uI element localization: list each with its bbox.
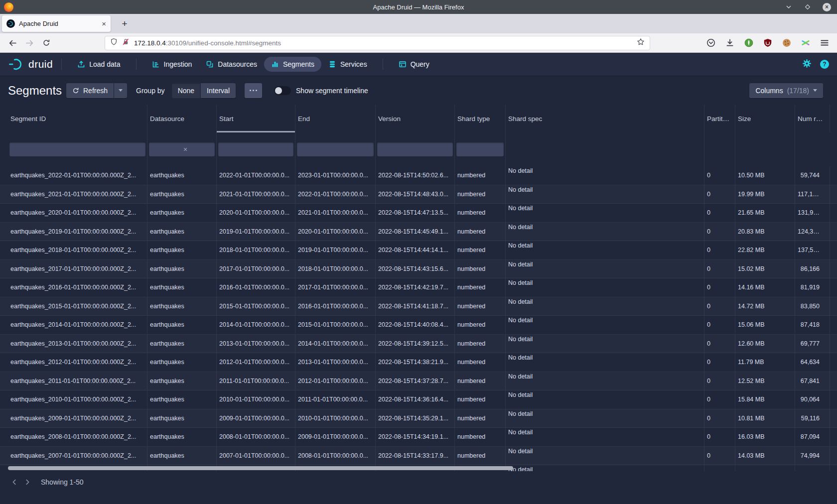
cell-num-rows[interactable]: 87,094 bbox=[795, 428, 830, 446]
cell-end[interactable]: 2013-01-01T00:00:00.0... bbox=[295, 353, 375, 372]
cell-shard-type[interactable]: numbered bbox=[454, 166, 505, 185]
group-by-interval-button[interactable]: Interval bbox=[201, 83, 236, 98]
cell-size[interactable]: 11.79 MB bbox=[735, 353, 795, 372]
cell-segment-id[interactable]: earthquakes_2019-01-01T00:00:00.000Z_2..… bbox=[8, 223, 147, 241]
cell-num-rows[interactable]: 74,994 bbox=[795, 447, 830, 465]
cell-size[interactable]: 14.03 MB bbox=[735, 447, 795, 465]
cell-version[interactable]: 2022-08-15T14:48:43.0... bbox=[375, 185, 454, 204]
cell-segment-id[interactable]: earthquakes_2014-01-01T00:00:00.000Z_2..… bbox=[8, 316, 147, 334]
cell-datasource[interactable]: earthquakes bbox=[147, 409, 216, 428]
window-close-icon[interactable]: × bbox=[823, 3, 831, 11]
cell-version[interactable]: 2022-08-15T14:45:49.1... bbox=[375, 223, 454, 241]
columns-button[interactable]: Columns(17/18) bbox=[749, 83, 823, 98]
next-page-button[interactable] bbox=[21, 476, 34, 488]
cell-segment-id[interactable]: earthquakes_2018-01-01T00:00:00.000Z_2..… bbox=[8, 241, 147, 259]
browser-tab[interactable]: Apache Druid × bbox=[2, 15, 111, 32]
cell-shard-spec[interactable]: No detail bbox=[505, 241, 704, 259]
segment-row[interactable]: earthquakes_2007-01-01T00:00:00.000Z_2..… bbox=[0, 447, 837, 466]
cell-num-rows[interactable]: 90,064 bbox=[795, 390, 830, 409]
cell-num-rows[interactable]: 59,744 bbox=[795, 166, 830, 185]
cell-end[interactable]: 2022-01-01T00:00:00.0... bbox=[295, 185, 375, 204]
download-icon[interactable] bbox=[725, 38, 734, 48]
cell-datasource[interactable]: earthquakes bbox=[147, 166, 216, 185]
cell-version[interactable]: 2022-08-15T14:36:16.4... bbox=[375, 390, 454, 409]
cell-shard-spec[interactable]: No detail bbox=[505, 204, 704, 222]
cell-segment-id[interactable]: earthquakes_2013-01-01T00:00:00.000Z_2..… bbox=[8, 335, 147, 353]
segment-row[interactable]: earthquakes_2021-01-01T00:00:00.000Z_2..… bbox=[0, 185, 837, 204]
nav-item-ingestion[interactable]: Ingestion bbox=[145, 57, 199, 72]
cell-end[interactable]: 2015-01-01T00:00:00.0... bbox=[295, 316, 375, 334]
cell-start[interactable]: 2015-01-01T00:00:00.0... bbox=[216, 297, 295, 316]
cell-num-rows[interactable]: 81,919 bbox=[795, 278, 830, 297]
segment-row[interactable]: earthquakes_2015-01-01T00:00:00.000Z_2..… bbox=[0, 297, 837, 316]
cell-partition[interactable]: 0 bbox=[704, 166, 735, 185]
remove-filter-icon[interactable]: × bbox=[183, 145, 187, 153]
cell-end[interactable]: 2009-01-01T00:00:00.0... bbox=[295, 428, 375, 446]
prev-page-button[interactable] bbox=[8, 476, 21, 488]
cell-end[interactable]: 2018-01-01T00:00:00.0... bbox=[295, 260, 375, 278]
forward-icon[interactable] bbox=[23, 36, 36, 49]
cell-size[interactable]: 21.65 MB bbox=[735, 204, 795, 222]
cell-shard-spec[interactable]: No detail bbox=[505, 409, 704, 428]
cell-segment-id[interactable]: earthquakes_2017-01-01T00:00:00.000Z_2..… bbox=[8, 260, 147, 278]
cell-segment-id[interactable]: earthquakes_2022-01-01T00:00:00.000Z_2..… bbox=[8, 166, 147, 185]
cell-version[interactable]: 2022-08-15T14:35:29.1... bbox=[375, 409, 454, 428]
cell-shard-type[interactable]: numbered bbox=[454, 447, 505, 465]
cell-segment-id[interactable]: earthquakes_2021-01-01T00:00:00.000Z_2..… bbox=[8, 185, 147, 204]
cell-size[interactable]: 22.82 MB bbox=[735, 241, 795, 259]
filter-input-end[interactable] bbox=[297, 142, 374, 156]
cell-start[interactable]: 2013-01-01T00:00:00.0... bbox=[216, 335, 295, 353]
cell-start[interactable]: 2008-01-01T00:00:00.0... bbox=[216, 428, 295, 446]
tab-close-icon[interactable]: × bbox=[102, 19, 106, 28]
cell-num-rows[interactable]: 86,166 bbox=[795, 260, 830, 278]
cell-version[interactable]: 2022-08-15T14:43:15.6... bbox=[375, 260, 454, 278]
cell-segment-id[interactable]: earthquakes_2016-01-01T00:00:00.000Z_2..… bbox=[8, 278, 147, 297]
cell-shard-spec[interactable]: No detail bbox=[505, 278, 704, 297]
cell-datasource[interactable]: earthquakes bbox=[147, 390, 216, 409]
cell-segment-id[interactable]: earthquakes_2009-01-01T00:00:00.000Z_2..… bbox=[8, 409, 147, 428]
datasource-filter-chip[interactable]: × bbox=[149, 142, 215, 156]
column-header-version[interactable]: Version bbox=[375, 105, 454, 132]
cell-version[interactable]: 2022-08-15T14:33:17.9... bbox=[375, 447, 454, 465]
cell-shard-type[interactable]: numbered bbox=[454, 428, 505, 446]
cell-version[interactable]: 2022-08-15T14:42:19.7... bbox=[375, 278, 454, 297]
cell-num-rows[interactable]: 69,777 bbox=[795, 335, 830, 353]
cell-size[interactable]: 10.81 MB bbox=[735, 409, 795, 428]
cell-start[interactable]: 2022-01-01T00:00:00.0... bbox=[216, 166, 295, 185]
cell-shard-spec[interactable]: No detail bbox=[505, 297, 704, 316]
nav-item-load-data[interactable]: Load data bbox=[70, 57, 127, 72]
cell-shard-spec[interactable]: No detail bbox=[505, 260, 704, 278]
shield-icon[interactable] bbox=[110, 38, 118, 48]
segment-row[interactable]: earthquakes_2014-01-01T00:00:00.000Z_2..… bbox=[0, 316, 837, 335]
cell-size[interactable]: 20.83 MB bbox=[735, 223, 795, 241]
cell-shard-spec[interactable]: No detail bbox=[505, 390, 704, 409]
cell-segment-id[interactable]: earthquakes_2020-01-01T00:00:00.000Z_2..… bbox=[8, 204, 147, 222]
cell-num-rows[interactable]: 64,634 bbox=[795, 353, 830, 372]
cell-shard-type[interactable]: numbered bbox=[454, 278, 505, 297]
group-by-none-button[interactable]: None bbox=[172, 83, 200, 98]
bookmark-star-icon[interactable] bbox=[637, 38, 645, 48]
cell-num-rows[interactable]: 67,841 bbox=[795, 372, 830, 390]
cell-start[interactable]: 2007-01-01T00:00:00.0... bbox=[216, 447, 295, 465]
cell-shard-type[interactable]: numbered bbox=[454, 316, 505, 334]
cell-shard-type[interactable]: numbered bbox=[454, 297, 505, 316]
cell-size[interactable]: 14.72 MB bbox=[735, 297, 795, 316]
nav-item-services[interactable]: Services bbox=[321, 57, 374, 72]
cell-shard-type[interactable]: numbered bbox=[454, 335, 505, 353]
cell-datasource[interactable]: earthquakes bbox=[147, 204, 216, 222]
cell-version[interactable]: 2022-08-15T14:50:02.6... bbox=[375, 166, 454, 185]
cell-shard-type[interactable]: numbered bbox=[454, 223, 505, 241]
column-header-datasource[interactable]: Datasource bbox=[147, 105, 216, 132]
cell-partition[interactable]: 0 bbox=[704, 204, 735, 222]
lock-insecure-icon[interactable] bbox=[122, 38, 130, 48]
cell-size[interactable]: 16.03 MB bbox=[735, 428, 795, 446]
window-maximize-icon[interactable] bbox=[804, 3, 812, 11]
column-header-end[interactable]: End bbox=[295, 105, 375, 132]
cell-shard-spec[interactable]: No detail bbox=[505, 372, 704, 390]
cell-size[interactable]: 10.50 MB bbox=[735, 166, 795, 185]
cell-shard-type[interactable]: numbered bbox=[454, 241, 505, 259]
column-header-start[interactable]: Start bbox=[216, 105, 295, 132]
settings-gear-icon[interactable] bbox=[802, 59, 812, 70]
cell-start[interactable]: 2010-01-01T00:00:00.0... bbox=[216, 390, 295, 409]
cell-shard-spec[interactable]: No detail bbox=[505, 447, 704, 465]
